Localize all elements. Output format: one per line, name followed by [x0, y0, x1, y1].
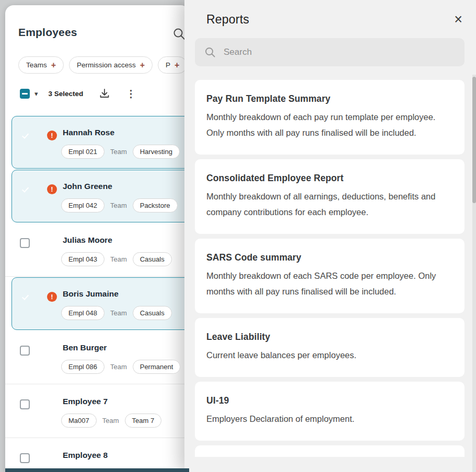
row-checkbox[interactable] — [20, 453, 30, 463]
team-label: Team — [110, 309, 127, 317]
report-list: Pay Run Template Summary Monthly breakdo… — [195, 80, 465, 457]
team-label: Team — [110, 255, 127, 263]
employee-name: Employee 7 — [63, 397, 108, 406]
horizontal-scrollbar[interactable] — [5, 468, 189, 472]
employee-meta: Empl 086 Team Permanent — [61, 360, 180, 374]
report-card-pay-run-template-summary[interactable]: Pay Run Template Summary Monthly breakdo… — [195, 80, 465, 155]
employees-panel: Employees Teams + Permission access + P … — [5, 5, 189, 472]
employee-name: Hannah Rose — [63, 128, 114, 137]
report-description: Current leave balances per employees. — [206, 347, 451, 363]
search-input[interactable] — [223, 46, 455, 58]
filter-clipped[interactable]: P + — [158, 56, 187, 74]
page-title: Employees — [18, 26, 77, 38]
employee-row[interactable]: Ben Burger Empl 086 Team Permanent — [5, 331, 189, 384]
row-checkbox[interactable] — [20, 346, 30, 356]
reports-drawer: Reports × Pay Run Template Summary Month… — [184, 0, 476, 472]
report-card-consolidated-employee-report[interactable]: Consolidated Employee Report Monthly bre… — [195, 159, 465, 234]
employee-name: John Greene — [63, 182, 112, 191]
employee-name: Boris Jumaine — [63, 289, 119, 299]
reports-header: Reports × — [184, 0, 476, 27]
report-title: UI-19 — [206, 395, 451, 406]
filter-label: Teams — [26, 61, 47, 69]
report-title: Pay Run Template Summary — [206, 93, 451, 104]
selection-toolbar: ▾ 3 Selected ⋮ — [20, 87, 189, 100]
team-badge: Permanent — [133, 360, 181, 374]
download-icon[interactable] — [99, 88, 110, 99]
select-all-checkbox[interactable] — [20, 89, 30, 99]
report-description: Monthly breakdown of all earnings, deduc… — [206, 188, 451, 220]
report-description: Employers Declaration of employment. — [206, 411, 451, 427]
team-badge: Harvesting — [133, 145, 180, 159]
employee-meta: Empl 042 Team Packstore — [61, 198, 178, 213]
plus-icon: + — [51, 61, 56, 69]
report-description: Monthly breakdown of each pay run templa… — [206, 109, 451, 140]
filter-teams[interactable]: Teams + — [18, 56, 64, 74]
row-checkbox[interactable] — [20, 238, 30, 248]
team-badge: Packstore — [133, 198, 178, 213]
team-label: Team — [110, 363, 127, 371]
report-title: SARS Code summary — [206, 252, 451, 263]
team-badge: Team 7 — [125, 414, 162, 428]
report-title: Leave Liability — [206, 332, 451, 343]
reports-search[interactable] — [195, 38, 465, 66]
filter-label: Permission access — [77, 61, 136, 69]
close-icon[interactable]: × — [454, 13, 462, 27]
plus-icon: + — [175, 61, 179, 69]
employee-meta: Empl 048 Team Casuals — [61, 306, 172, 320]
employee-row[interactable]: Julias Moore Empl 043 Team Casuals — [5, 223, 189, 277]
employee-row[interactable]: ! John Greene Empl 042 Team Packstore — [5, 169, 189, 223]
next-report-card-peek[interactable] — [195, 445, 465, 457]
row-checkbox[interactable] — [20, 399, 30, 409]
report-card-sars-code-summary[interactable]: SARS Code summary Monthly breakdown of e… — [195, 239, 465, 313]
employees-header: Employees — [5, 5, 189, 42]
employee-id-badge: Empl 048 — [61, 306, 105, 320]
plus-icon: + — [140, 61, 145, 69]
employee-row[interactable]: ! Boris Jumaine Empl 048 Team Casuals — [5, 277, 189, 331]
warning-icon: ! — [47, 292, 57, 302]
employee-id-badge: Empl 043 — [61, 252, 105, 266]
selected-count: 3 Selected — [49, 90, 84, 98]
search-icon — [204, 46, 216, 58]
scrollbar-thumb[interactable] — [472, 77, 476, 203]
team-label: Team — [110, 202, 127, 209]
employee-row[interactable]: ! Hannah Rose Empl 021 Team Harvesting — [5, 115, 189, 169]
report-card-ui-19[interactable]: UI-19 Employers Declaration of employmen… — [195, 382, 465, 441]
drawer-title: Reports — [206, 13, 249, 27]
employee-meta: Empl 021 Team Harvesting — [61, 145, 180, 159]
team-label: Team — [110, 148, 127, 156]
warning-icon: ! — [47, 184, 57, 194]
filter-permission-access[interactable]: Permission access + — [69, 56, 153, 74]
employee-meta: Ma007 Team Team 7 — [61, 414, 161, 428]
report-card-leave-liability[interactable]: Leave Liability Current leave balances p… — [195, 318, 465, 377]
employee-id-badge: Ma007 — [61, 414, 97, 428]
employee-name: Ben Burger — [63, 343, 107, 352]
employee-list: ! Hannah Rose Empl 021 Team Harvesting !… — [5, 115, 189, 472]
employee-id-badge: Empl 021 — [61, 145, 105, 159]
team-badge: Casuals — [133, 252, 172, 266]
team-badge: Casuals — [133, 306, 172, 320]
chevron-down-icon[interactable]: ▾ — [34, 90, 38, 97]
employee-name: Julias Moore — [63, 235, 112, 245]
employee-id-badge: Empl 042 — [61, 198, 105, 213]
employee-row[interactable]: Employee 8 — [5, 438, 189, 472]
employee-meta: Empl 043 Team Casuals — [61, 252, 172, 266]
filter-label: P — [166, 61, 170, 69]
kebab-menu-icon[interactable]: ⋮ — [126, 89, 136, 99]
employee-row[interactable]: Employee 7 Ma007 Team Team 7 — [5, 384, 189, 438]
employee-name: Employee 8 — [63, 451, 108, 460]
team-label: Team — [102, 417, 119, 424]
report-description: Monthly breakdown of each SARS code per … — [206, 268, 451, 299]
warning-icon: ! — [47, 131, 57, 140]
filter-chips: Teams + Permission access + P + — [18, 56, 189, 74]
employee-id-badge: Empl 086 — [61, 360, 105, 374]
report-title: Consolidated Employee Report — [206, 173, 451, 184]
